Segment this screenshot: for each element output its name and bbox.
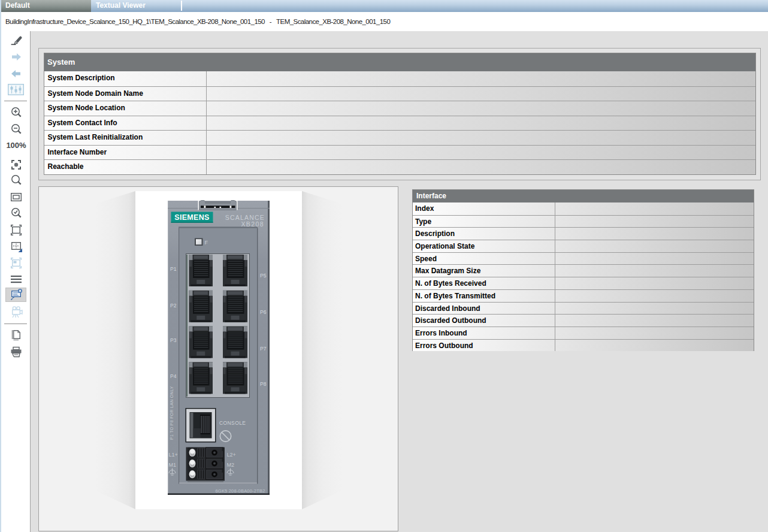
svg-text:6GK5 208-0BA00-2TB2: 6GK5 208-0BA00-2TB2 (215, 488, 265, 494)
svg-text:P6: P6 (260, 309, 267, 315)
svg-text:L2+: L2+ (227, 452, 236, 458)
svg-text:L1+: L1+ (169, 452, 178, 458)
svg-text:P2: P2 (170, 303, 177, 309)
svg-text:XB208: XB208 (241, 220, 264, 228)
svg-text:SIEMENS: SIEMENS (174, 213, 209, 222)
svg-text:CONSOLE: CONSOLE (219, 420, 246, 426)
svg-text:P5: P5 (260, 273, 267, 279)
svg-text:M2: M2 (227, 462, 235, 468)
svg-text:P4: P4 (170, 373, 177, 379)
svg-text:P3: P3 (170, 337, 177, 343)
svg-text:M1: M1 (169, 462, 177, 468)
svg-text:P7: P7 (260, 346, 267, 352)
svg-text:P8: P8 (260, 381, 267, 387)
svg-text:F: F (205, 240, 208, 246)
svg-text:P1 TO P8 FOR LAN ONLY: P1 TO P8 FOR LAN ONLY (170, 386, 174, 440)
svg-text:P1: P1 (170, 266, 177, 272)
